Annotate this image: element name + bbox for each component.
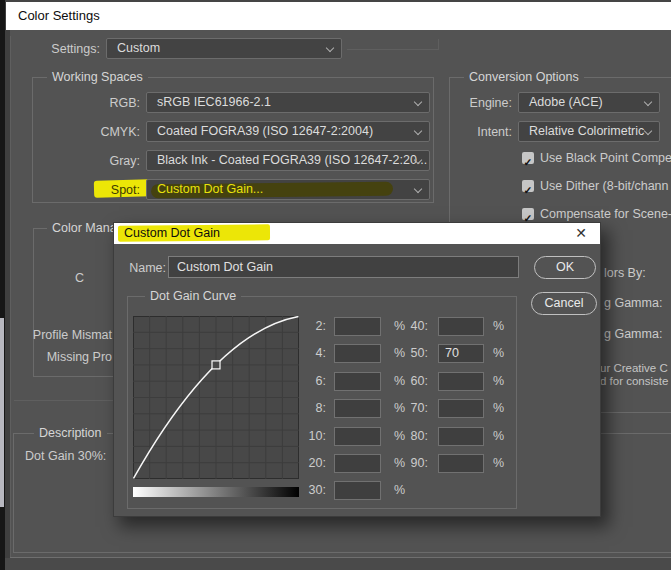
rgb-label: RGB: <box>70 95 140 111</box>
percent-sign: % <box>493 319 504 334</box>
scrollbar-thumb[interactable] <box>0 318 4 507</box>
gamma-fragment-2: g Gamma: <box>604 327 662 342</box>
curve-grid-icon <box>133 316 299 479</box>
field-label-2: 2: <box>294 319 326 334</box>
ok-button[interactable]: OK <box>534 256 596 279</box>
dot-gain-curve-editor[interactable] <box>133 316 299 479</box>
field-input-8[interactable] <box>334 399 381 418</box>
custom-dot-gain-dialog: Custom Dot Gain Name: Custom Dot Gain OK… <box>113 222 601 517</box>
field-input-70[interactable] <box>438 399 484 418</box>
black-point-checkbox[interactable] <box>522 152 534 164</box>
edge-line-corner <box>438 39 439 50</box>
cmyk-label: CMYK: <box>70 124 140 140</box>
close-icon[interactable] <box>572 224 590 242</box>
gamma-fragment-1: g Gamma: <box>604 296 662 311</box>
chevron-down-icon <box>414 127 422 135</box>
settings-value: Custom <box>117 41 160 55</box>
field-label-20: 20: <box>294 456 326 471</box>
intent-value: Relative Colorimetric <box>529 124 644 138</box>
settings-label: Settings: <box>40 41 100 57</box>
field-input-80[interactable] <box>438 427 484 446</box>
chevron-down-icon <box>414 185 422 193</box>
missing-profiles-label: Missing Pro <box>20 350 112 365</box>
field-label-80: 80: <box>396 429 428 444</box>
percent-sign: % <box>493 401 504 416</box>
settings-dropdown[interactable]: Custom <box>106 38 342 59</box>
dialog-bottom-strip <box>5 558 671 570</box>
dialog-inner-border-left <box>10 36 11 557</box>
use-dither-label: Use Dither (8-bit/chann <box>540 179 669 194</box>
field-label-4: 4: <box>294 346 326 361</box>
chevron-down-icon <box>414 98 422 106</box>
field-input-6[interactable] <box>334 372 381 391</box>
screen: Color Settings Settings: Custom Working … <box>0 0 671 570</box>
percent-sign: % <box>394 483 405 498</box>
creative-cloud-fragment-1: ur Creative C <box>600 362 668 375</box>
field-input-50[interactable]: 70 <box>438 344 484 363</box>
cmyk-dropdown[interactable]: Coated FOGRA39 (ISO 12647-2:2004) <box>146 121 430 142</box>
chevron-down-icon <box>644 98 652 106</box>
field-input-4[interactable] <box>334 344 381 363</box>
dot-gain-title: Custom Dot Gain <box>124 223 220 244</box>
colors-by-fragment: lors By: <box>604 266 646 281</box>
field-label-50: 50: <box>396 346 428 361</box>
dot-gain-curve-title: Dot Gain Curve <box>145 289 241 303</box>
use-dither-checkbox[interactable] <box>522 180 534 192</box>
dot-gain-titlebar[interactable]: Custom Dot Gain <box>114 223 600 244</box>
rgb-dropdown[interactable]: sRGB IEC61966-2.1 <box>146 92 430 113</box>
spot-label: Spot: <box>70 182 140 198</box>
spot-dropdown[interactable]: Custom Dot Gain... <box>146 179 430 200</box>
name-label: Name: <box>120 260 166 276</box>
gray-dropdown[interactable]: Black Ink - Coated FOGRA39 (ISO 12647-2:… <box>146 150 430 171</box>
gray-label: Gray: <box>70 153 140 169</box>
chevron-down-icon <box>644 127 652 135</box>
field-label-6: 6: <box>294 374 326 389</box>
field-input-20[interactable] <box>334 454 381 473</box>
grayscale-ramp <box>133 487 299 497</box>
curve-point-handle <box>212 361 220 369</box>
color-settings-titlebar[interactable]: Color Settings <box>6 2 671 30</box>
compensate-scene-label: Compensate for Scene- <box>540 207 671 222</box>
field-input-10[interactable] <box>334 427 381 446</box>
percent-sign: % <box>493 374 504 389</box>
engine-value: Adobe (ACE) <box>529 95 603 109</box>
percent-sign: % <box>493 429 504 444</box>
description-title: Description <box>34 426 107 440</box>
field-label-60: 60: <box>396 374 428 389</box>
section-divider <box>14 400 113 401</box>
conversion-options-title: Conversion Options <box>464 70 584 84</box>
working-spaces-title: Working Spaces <box>47 70 148 84</box>
field-label-70: 70: <box>396 401 428 416</box>
gray-value: Black Ink - Coated FOGRA39 (ISO 12647-2:… <box>157 153 427 167</box>
percent-sign: % <box>493 456 504 471</box>
spot-value: Custom Dot Gain... <box>157 182 263 196</box>
intent-label: Intent: <box>452 124 512 140</box>
black-point-label: Use Black Point Compen <box>540 151 671 166</box>
intent-dropdown[interactable]: Relative Colorimetric <box>518 121 660 142</box>
field-input-2[interactable] <box>334 317 381 336</box>
profile-mismatches-label: Profile Mismat <box>20 328 112 343</box>
field-label-40: 40: <box>396 319 428 334</box>
field-label-30: 30: <box>294 483 326 498</box>
cancel-button[interactable]: Cancel <box>531 292 597 315</box>
name-input[interactable]: Custom Dot Gain <box>168 256 519 278</box>
field-input-40[interactable] <box>438 317 484 336</box>
field-input-30[interactable] <box>334 481 381 500</box>
engine-label: Engine: <box>452 95 512 111</box>
cmyk-value: Coated FOGRA39 (ISO 12647-2:2004) <box>157 124 373 138</box>
field-label-8: 8: <box>294 401 326 416</box>
color-management-fragment: C <box>75 271 84 286</box>
percent-sign: % <box>493 346 504 361</box>
field-input-90[interactable] <box>438 454 484 473</box>
rgb-value: sRGB IEC61966-2.1 <box>157 95 271 109</box>
edge-line <box>347 49 438 50</box>
color-settings-title: Color Settings <box>18 2 100 30</box>
description-text: Dot Gain 30%: <box>25 449 106 464</box>
compensate-scene-checkbox[interactable] <box>522 208 534 220</box>
engine-dropdown[interactable]: Adobe (ACE) <box>518 92 660 113</box>
field-label-10: 10: <box>294 429 326 444</box>
creative-cloud-fragment-2: d for consiste <box>600 375 668 388</box>
field-input-60[interactable] <box>438 372 484 391</box>
field-label-90: 90: <box>396 456 428 471</box>
chevron-down-icon <box>326 44 334 52</box>
